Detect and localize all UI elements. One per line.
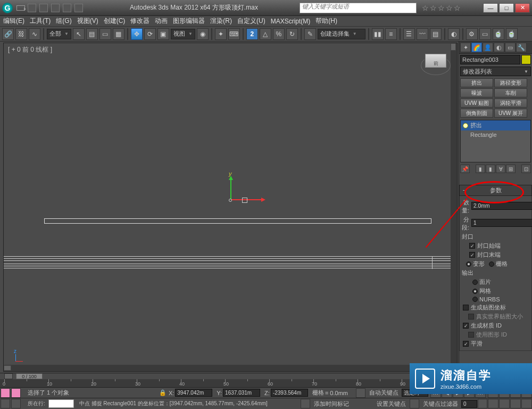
- pivot-icon[interactable]: ◉: [197, 28, 209, 40]
- viewport-label[interactable]: [ + 0 前 0 线框 ]: [8, 45, 52, 54]
- percentsnap-icon[interactable]: %: [273, 28, 285, 40]
- app-icon[interactable]: G: [2, 3, 13, 13]
- y-coord[interactable]: 1637.031m: [223, 389, 260, 397]
- pan-icon[interactable]: [488, 399, 498, 408]
- menu-edit[interactable]: 编辑(E): [3, 17, 24, 26]
- stack-item-extrude[interactable]: 挤出: [461, 120, 530, 130]
- set-key-icon[interactable]: [1, 388, 10, 398]
- cap-morph-radio[interactable]: 变形: [466, 260, 485, 268]
- time-config-icon[interactable]: [4, 373, 13, 379]
- viewcube[interactable]: 前: [425, 54, 446, 68]
- menu-modifiers[interactable]: 修改器: [130, 17, 149, 26]
- use-shape-checkbox[interactable]: 使用图形 ID: [468, 331, 529, 339]
- remove-mod-icon[interactable]: ∀: [496, 165, 505, 173]
- help-search-input[interactable]: [302, 3, 414, 10]
- display-tab-icon[interactable]: ▭: [505, 43, 516, 52]
- render-setup-icon[interactable]: ⚙: [466, 28, 478, 40]
- mirror-icon[interactable]: ▮▮: [372, 28, 384, 40]
- star-icon[interactable]: ☆: [446, 4, 453, 12]
- mod-turbosmooth[interactable]: 涡轮平滑: [494, 99, 527, 108]
- listener-icon[interactable]: [11, 399, 21, 408]
- modify-tab-icon[interactable]: 🌈: [471, 43, 482, 52]
- min-max-icon[interactable]: [521, 399, 532, 408]
- cap-end-checkbox[interactable]: ✓封口末端: [469, 251, 529, 259]
- hierarchy-tab-icon[interactable]: 👤: [483, 43, 493, 52]
- time-tag-icon[interactable]: [301, 399, 310, 408]
- object-name-field[interactable]: Rectangle003: [460, 55, 520, 64]
- menu-rendering[interactable]: 渲染(R): [210, 17, 232, 26]
- favorites-stars[interactable]: ☆☆☆☆☆: [422, 4, 461, 12]
- mod-uvwmap[interactable]: UVW 贴图: [460, 99, 493, 108]
- gen-map-checkbox[interactable]: 生成贴图坐标: [463, 304, 529, 312]
- spinsnap-icon[interactable]: ↻: [286, 28, 298, 40]
- move-icon[interactable]: ✥: [131, 28, 143, 40]
- set-key-icon-2[interactable]: [11, 388, 21, 398]
- anglesnap-icon[interactable]: △: [260, 28, 271, 40]
- show-end-icon[interactable]: ▮: [476, 165, 485, 173]
- key-mode-icon[interactable]: [356, 388, 365, 398]
- viewport[interactable]: [ + 0 前 0 线框 ] 前 y z ▸: [3, 43, 458, 372]
- setkey-button[interactable]: 设置关键点: [373, 400, 409, 408]
- menu-help[interactable]: 帮助(H): [315, 17, 337, 26]
- cap-grid-radio[interactable]: 栅格: [489, 260, 508, 268]
- star-icon[interactable]: ☆: [422, 4, 429, 12]
- real-world-checkbox[interactable]: 真实世界贴图大小: [468, 313, 529, 321]
- menu-customize[interactable]: 自定义(U): [237, 17, 265, 26]
- star-icon[interactable]: ☆: [430, 4, 437, 12]
- selection-filter[interactable]: 全部: [47, 29, 71, 39]
- maximize-viewport-icon[interactable]: [510, 399, 521, 408]
- gen-mat-checkbox[interactable]: ✓生成材质 ID: [463, 322, 529, 330]
- select-name-icon[interactable]: ▤: [86, 28, 98, 40]
- rollout-header[interactable]: 参数: [459, 185, 532, 196]
- window-crossing-icon[interactable]: ▦: [113, 28, 124, 40]
- configure-icon[interactable]: ⊞: [506, 165, 516, 173]
- autokey-button[interactable]: 自动关键点: [366, 389, 402, 397]
- menu-grapheditors[interactable]: 图形编辑器: [173, 17, 205, 26]
- object-rectangle-1[interactable]: [44, 218, 431, 224]
- curve-editor-icon[interactable]: 〰: [417, 28, 428, 40]
- cap-start-checkbox[interactable]: ✓封口始端: [469, 242, 529, 250]
- recent-files-icon[interactable]: [16, 3, 26, 13]
- link-icon[interactable]: 🔗: [2, 28, 14, 40]
- schematic-icon[interactable]: ▤: [430, 28, 442, 40]
- mod-lathe[interactable]: 车削: [494, 88, 527, 97]
- stack-options-icon[interactable]: ⊡: [521, 165, 531, 173]
- maximize-button[interactable]: □: [499, 3, 514, 13]
- material-editor-icon[interactable]: ◐: [448, 28, 460, 40]
- out-nurbs-radio[interactable]: NURBS: [472, 296, 529, 302]
- orbit-icon[interactable]: [499, 399, 510, 408]
- qat-undo-icon[interactable]: [51, 4, 60, 12]
- manip-icon[interactable]: ✦: [215, 28, 227, 40]
- scale-icon[interactable]: ▣: [157, 28, 169, 40]
- refcoord-select[interactable]: 视图: [171, 29, 195, 39]
- prompt-field[interactable]: [48, 399, 74, 408]
- rotate-icon[interactable]: ⟳: [144, 28, 156, 40]
- utilities-tab-icon[interactable]: 🔧: [516, 43, 527, 52]
- object-rectangle-2[interactable]: [4, 256, 457, 269]
- amount-spinner[interactable]: ▴▾: [471, 202, 532, 211]
- make-unique-icon[interactable]: ▮: [486, 165, 495, 173]
- qat-save-icon[interactable]: [39, 4, 48, 12]
- snap2d-button[interactable]: 2: [246, 28, 258, 40]
- y-axis[interactable]: [230, 179, 231, 200]
- star-icon[interactable]: ☆: [454, 4, 461, 12]
- rendered-frame-icon[interactable]: ▭: [479, 28, 491, 40]
- modifier-stack[interactable]: 挤出 Rectangle: [460, 120, 531, 162]
- bulb-icon[interactable]: [463, 123, 468, 128]
- viewport-scroll-vertical[interactable]: [451, 43, 457, 365]
- qat-link-icon[interactable]: [74, 4, 83, 12]
- menu-group[interactable]: 组(G): [56, 17, 71, 26]
- qat-redo-icon[interactable]: [63, 4, 71, 12]
- create-tab-icon[interactable]: ✦: [460, 43, 471, 52]
- minimize-button[interactable]: —: [483, 3, 498, 13]
- mod-noise[interactable]: 噪波: [460, 88, 493, 97]
- menu-views[interactable]: 视图(V): [77, 17, 98, 26]
- segments-spinner[interactable]: ▴▾: [471, 219, 532, 228]
- menu-create[interactable]: 创建(C): [104, 17, 126, 26]
- layers-icon[interactable]: ☰: [403, 28, 415, 40]
- select-rect-icon[interactable]: ▭: [99, 28, 111, 40]
- menu-tools[interactable]: 工具(T): [30, 17, 51, 26]
- named-selection-set[interactable]: 创建选择集: [318, 29, 365, 39]
- render-icon[interactable]: 🍵: [493, 28, 504, 40]
- unlink-icon[interactable]: ⛓: [15, 28, 27, 40]
